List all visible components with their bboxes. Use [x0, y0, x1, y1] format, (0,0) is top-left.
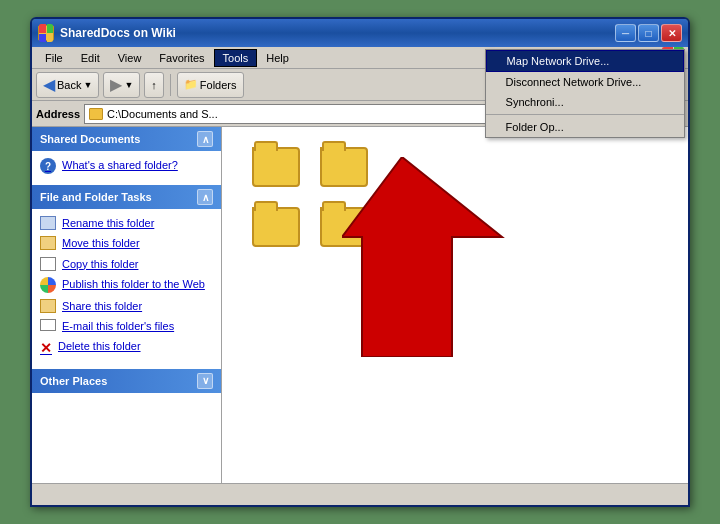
copy-folder-link[interactable]: Copy this folder	[40, 254, 213, 274]
folders-button[interactable]: 📁 Folders	[177, 72, 244, 98]
content-area: Shared Documents ∧ ? What's a shared fol…	[32, 127, 688, 483]
menu-bar: File Edit View Favorites Tools Map Netwo…	[32, 47, 688, 69]
dropdown-item-folder-options[interactable]: Folder Op...	[486, 117, 684, 137]
dropdown-item-synchronize[interactable]: Synchroni...	[486, 92, 684, 112]
right-panel	[222, 127, 688, 483]
forward-button[interactable]: ▶ ▼	[103, 72, 140, 98]
back-arrow-icon: ◀	[43, 75, 55, 94]
back-dropdown-icon[interactable]: ▼	[83, 80, 92, 90]
forward-arrow-icon: ▶	[110, 75, 122, 94]
address-label: Address	[36, 108, 80, 120]
svg-marker-0	[342, 157, 502, 357]
publish-folder-link[interactable]: Publish this folder to the Web	[40, 274, 213, 296]
file-folder-tasks-section: File and Folder Tasks ∧ Rename this fold…	[32, 185, 221, 365]
menu-view[interactable]: View	[109, 49, 151, 67]
dropdown-item-map-network-drive[interactable]: Map Network Drive...	[486, 50, 684, 72]
menu-file[interactable]: File	[36, 49, 72, 67]
other-places-title: Other Places	[40, 375, 107, 387]
menu-tools[interactable]: Tools	[214, 49, 258, 67]
dropdown-item-disconnect[interactable]: Disconnect Network Drive...	[486, 72, 684, 92]
status-bar	[32, 483, 688, 505]
title-bar: SharedDocs on Wiki ─ □ ✕	[32, 19, 688, 47]
up-arrow-icon: ↑	[151, 79, 157, 91]
arrow-pointer	[342, 157, 562, 357]
minimize-button[interactable]: ─	[615, 24, 636, 42]
question-icon: ?	[40, 158, 56, 174]
other-places-collapse[interactable]: ∨	[197, 373, 213, 389]
address-path: C:\Documents and S...	[107, 108, 218, 120]
folder-icon-4[interactable]	[320, 207, 368, 247]
other-places-section: Other Places ∨	[32, 369, 221, 393]
dropdown-separator	[486, 114, 684, 115]
folder-icon-1[interactable]	[252, 147, 300, 187]
file-folder-tasks-title: File and Folder Tasks	[40, 191, 152, 203]
share-folder-link[interactable]: Share this folder	[40, 296, 213, 316]
copy-icon	[40, 257, 56, 271]
close-button[interactable]: ✕	[661, 24, 682, 42]
folder-row-2	[232, 207, 678, 247]
shared-docs-section: Shared Documents ∧ ? What's a shared fol…	[32, 127, 221, 181]
file-folder-tasks-content: Rename this folder Move this folder Copy…	[32, 209, 221, 365]
rename-icon	[40, 216, 56, 230]
left-panel: Shared Documents ∧ ? What's a shared fol…	[32, 127, 222, 483]
folder-row-1	[232, 137, 678, 187]
window-icon	[38, 25, 54, 41]
menu-edit[interactable]: Edit	[72, 49, 109, 67]
file-folder-tasks-collapse[interactable]: ∧	[197, 189, 213, 205]
share-icon	[40, 299, 56, 313]
delete-folder-link[interactable]: ✕ Delete this folder	[40, 336, 213, 360]
forward-dropdown-icon[interactable]: ▼	[124, 80, 133, 90]
menu-help[interactable]: Help	[257, 49, 298, 67]
delete-icon: ✕	[40, 339, 52, 357]
toolbar-separator	[170, 74, 171, 96]
move-folder-link[interactable]: Move this folder	[40, 233, 213, 253]
title-buttons: ─ □ ✕	[615, 24, 682, 42]
shared-folder-link[interactable]: ? What's a shared folder?	[40, 155, 213, 177]
explorer-window: SharedDocs on Wiki ─ □ ✕ File Edit View …	[30, 17, 690, 507]
window-title: SharedDocs on Wiki	[60, 26, 609, 40]
tools-dropdown: Map Network Drive... Disconnect Network …	[485, 49, 685, 138]
folders-icon: 📁	[184, 78, 198, 91]
email-folder-link[interactable]: E-mail this folder's files	[40, 316, 213, 336]
file-folder-tasks-header: File and Folder Tasks ∧	[32, 185, 221, 209]
folder-icon-3[interactable]	[252, 207, 300, 247]
menu-favorites[interactable]: Favorites	[150, 49, 213, 67]
move-icon	[40, 236, 56, 250]
shared-docs-collapse[interactable]: ∧	[197, 131, 213, 147]
shared-docs-header: Shared Documents ∧	[32, 127, 221, 151]
menu-tools-wrap: Tools Map Network Drive... Disconnect Ne…	[214, 49, 258, 67]
rename-folder-link[interactable]: Rename this folder	[40, 213, 213, 233]
address-folder-icon	[89, 108, 103, 120]
back-button[interactable]: ◀ Back ▼	[36, 72, 99, 98]
other-places-header: Other Places ∨	[32, 369, 221, 393]
folder-icon-2[interactable]	[320, 147, 368, 187]
publish-icon	[40, 277, 56, 293]
shared-docs-title: Shared Documents	[40, 133, 140, 145]
email-icon	[40, 319, 56, 331]
shared-docs-content: ? What's a shared folder?	[32, 151, 221, 181]
up-button[interactable]: ↑	[144, 72, 164, 98]
maximize-button[interactable]: □	[638, 24, 659, 42]
